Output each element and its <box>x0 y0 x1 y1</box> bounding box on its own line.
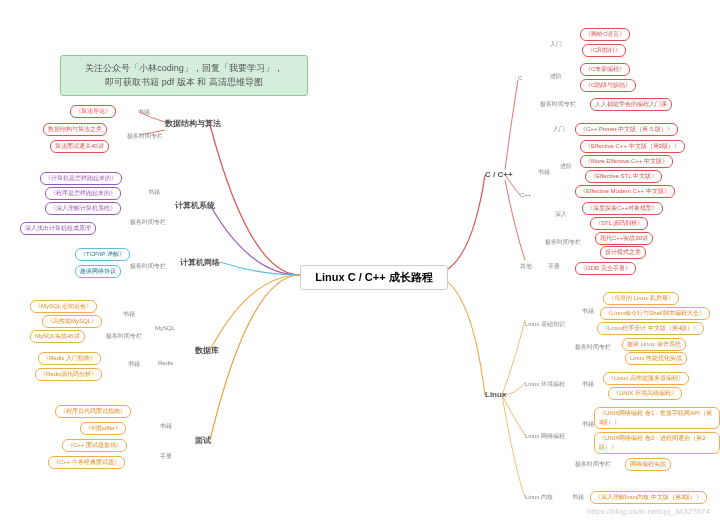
lxn-b2: 《UNIX网络编程 卷2：进程间通信（第2版）》 <box>594 432 720 454</box>
sys-sub2: 极客时间专栏 <box>130 218 166 227</box>
cc-o: 其他 <box>520 262 532 271</box>
sys-b1: 《计算机是怎样跑起来的》 <box>40 172 122 185</box>
center-title: Linux C / C++ 成长路程 <box>300 265 448 290</box>
db-mysql: MySQL <box>155 325 175 331</box>
branch-sys: 计算机系统 <box>175 200 215 211</box>
branch-lx: Linux <box>485 390 506 399</box>
cpp-eb1: 《C++ Primer 中文版（第 5 版）》 <box>575 123 678 136</box>
sys-b3: 《深入理解计算机系统》 <box>45 202 121 215</box>
net-b1: 《TCP/IP 详解》 <box>75 248 130 261</box>
banner-l2: 即可获取书籍 pdf 版本 和 高清思维导图 <box>105 77 263 87</box>
cpp-e2: 书籍 <box>538 168 550 177</box>
db-mb3: MySQL实战45讲 <box>30 330 85 343</box>
lxe-s: 书籍 <box>582 380 594 389</box>
iv-s2: 手册 <box>160 452 172 461</box>
cpp-eb7: 《STL 源码剖析》 <box>590 217 648 230</box>
branch-db: 数据库 <box>195 345 219 356</box>
db-redis: Redis <box>158 360 173 366</box>
branch-cc: C / C++ <box>485 170 513 179</box>
lxb-b2: 《Linux命令行与Shell脚本编程大全》 <box>600 307 710 320</box>
db-rb1: 《Redis 入门指南》 <box>38 352 101 365</box>
cpp-eb6: 《深度探索C++对象模型》 <box>582 202 663 215</box>
lx-env: Linux 环境编程 <box>525 380 565 389</box>
lxn-s1: 书籍 <box>582 420 594 429</box>
cpp-eb9: 设计模式之美 <box>600 246 646 259</box>
banner: 关注公众号「小林coding」，回复「我要学习」， 即可获取书籍 pdf 版本 … <box>60 55 308 96</box>
cpp-eb4: 《Effective STL 中文版》 <box>585 170 662 183</box>
iv-b1: 《程序员代码面试指南》 <box>55 405 131 418</box>
cpp-e3: 进阶 <box>560 162 572 171</box>
lxb-b5: Linux 性能优化实战 <box>625 352 687 365</box>
sys-b4: 深入浅出计算机组成原理 <box>20 222 96 235</box>
c-eb1: 《啊哈C语言》 <box>580 28 630 41</box>
ds-b3: 算法面试通关40讲 <box>50 140 109 153</box>
db-rb2: 《Redis源代码分析》 <box>35 368 102 381</box>
lxb-b3: 《Linux程序设计 中文版（第4版）》 <box>597 322 704 335</box>
cpp-eb2: 《Effective C++ 中文版（第3版）》 <box>580 140 685 153</box>
iv-s1: 书籍 <box>160 422 172 431</box>
cpp-eb5: 《Effective Modern C++ 中文版》 <box>575 185 675 198</box>
sys-b2: 《程序是怎样跑起来的》 <box>45 187 121 200</box>
lx-netp: Linux 网络编程 <box>525 432 565 441</box>
iv-b4: 《C++ 牛客经典面试题》 <box>48 456 125 469</box>
lxn-b1: 《UNIX网络编程 卷1：套接字联网API（第3版）》 <box>594 407 720 429</box>
lxe-b2: 《UNIX 环境高级编程》 <box>608 387 682 400</box>
cpp-e5: 极客时间专栏 <box>545 238 581 247</box>
net-b2: 趣谈网络协议 <box>75 265 121 278</box>
lx-kernel: Linux 内核 <box>525 493 553 502</box>
cpp-eb8: 现代C++实战30讲 <box>595 232 653 245</box>
lxk-s: 书籍 <box>572 493 584 502</box>
lxb-b1: 《鸟哥的 Linux 私房菜》 <box>603 292 679 305</box>
db-rs: 书籍 <box>128 360 140 369</box>
db-mb2: 《高性能MySQL》 <box>42 315 102 328</box>
branch-net: 计算机网络 <box>180 257 220 268</box>
lxe-b1: 《Linux 高性能服务器编程》 <box>603 372 689 385</box>
c-e3: 极客时间专栏 <box>540 100 576 109</box>
banner-l1: 关注公众号「小林coding」，回复「我要学习」， <box>85 63 283 73</box>
c-eb4: 《C陷阱与缺陷》 <box>580 79 636 92</box>
c-eb2: 《C和指针》 <box>582 44 626 57</box>
db-mb1: 《MySQL 必知必会》 <box>30 300 97 313</box>
c-e1: 入门 <box>550 40 562 49</box>
cpp-e1: 入门 <box>553 125 565 134</box>
ds-b1: 《算法导论》 <box>70 105 116 118</box>
cc-cpp: C++ <box>520 192 531 198</box>
lxb-b4: 趣谈 Linux 操作系统 <box>622 338 686 351</box>
ds-sub2: 极客时间专栏 <box>127 132 163 141</box>
db-ms1: 书籍 <box>123 310 135 319</box>
lxn-b3: 网络编程实战 <box>625 458 671 471</box>
branch-iv: 面试 <box>195 435 211 446</box>
sys-sub1: 书籍 <box>148 188 160 197</box>
iv-b3: 《C++ 面试题集锦》 <box>62 439 127 452</box>
lx-base: Linux 基础知识 <box>525 320 565 329</box>
c-eb5: 人人都能学会的编程入门课 <box>590 98 672 111</box>
cc-os: 手册 <box>548 262 560 271</box>
c-e2: 进阶 <box>550 72 562 81</box>
cc-ob: 《GDB 完全手册》 <box>575 262 636 275</box>
cpp-e4: 深入 <box>555 210 567 219</box>
db-ms2: 极客时间专栏 <box>106 332 142 341</box>
cc-c: C <box>518 75 522 81</box>
lxb-s2: 极客时间专栏 <box>575 343 611 352</box>
iv-b2: 《剑指offer》 <box>80 422 126 435</box>
cpp-eb3: 《More Effective C++ 中文版》 <box>580 155 673 168</box>
ds-b2: 数据结构与算法之美 <box>43 123 107 136</box>
watermark: https://blog.csdn.net/qq_34327674 <box>587 507 710 516</box>
ds-sub1: 书籍 <box>138 108 150 117</box>
lxb-s1: 书籍 <box>582 307 594 316</box>
lxn-s2: 极客时间专栏 <box>575 460 611 469</box>
net-sub: 极客时间专栏 <box>130 262 166 271</box>
branch-ds: 数据结构与算法 <box>165 118 221 129</box>
lxk-b: 《深入理解linux内核 中文版（第3版）》 <box>590 491 707 504</box>
c-eb3: 《C专家编程》 <box>580 63 630 76</box>
